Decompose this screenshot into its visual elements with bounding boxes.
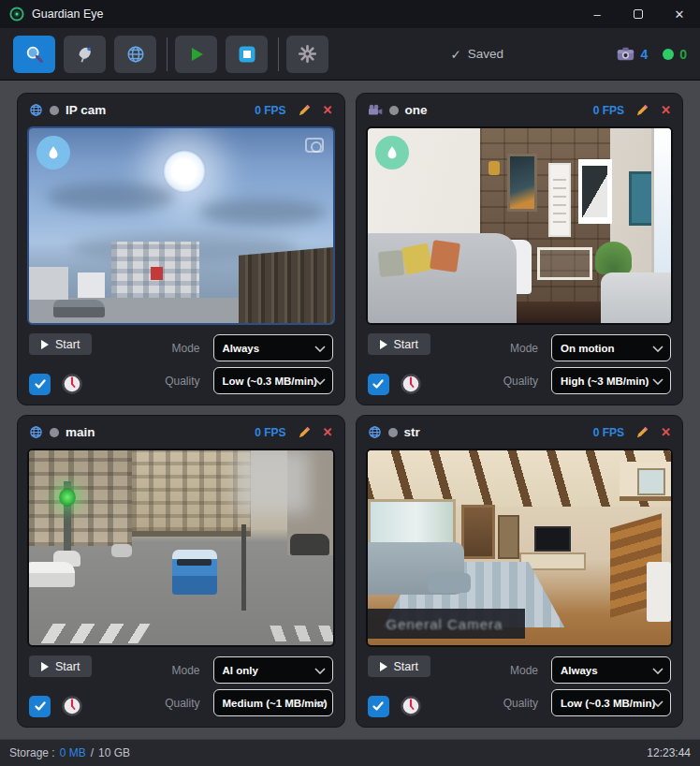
maximize-button[interactable] bbox=[618, 0, 659, 28]
edit-pencil-icon[interactable] bbox=[635, 103, 649, 117]
video-preview-one[interactable] bbox=[366, 126, 674, 325]
chevron-down-icon bbox=[314, 700, 326, 707]
quality-label: Quality bbox=[152, 375, 200, 388]
recording-count: 0 bbox=[679, 47, 687, 62]
moon bbox=[163, 150, 206, 193]
satellite-dish-icon bbox=[75, 44, 95, 65]
globe-icon bbox=[368, 425, 382, 439]
minimize-button[interactable]: – bbox=[576, 0, 618, 28]
storage-used[interactable]: 0 MB bbox=[60, 746, 86, 759]
start-button[interactable]: Start bbox=[368, 333, 430, 355]
chevron-down-icon bbox=[652, 346, 664, 352]
drop-overlay-icon bbox=[375, 136, 409, 169]
web-cameras-button[interactable] bbox=[114, 36, 156, 73]
storage-total: 10 GB bbox=[98, 746, 130, 759]
mode-select[interactable]: Always bbox=[213, 334, 333, 361]
play-icon bbox=[41, 662, 49, 671]
quality-select[interactable]: Low (~0.3 MB/min) bbox=[213, 367, 333, 394]
stop-all-button[interactable] bbox=[226, 36, 268, 73]
status-dot bbox=[50, 428, 59, 437]
toolbar: ✓ Saved 4 0 bbox=[0, 28, 700, 81]
chevron-down-icon bbox=[314, 668, 326, 674]
video-preview-ipcam[interactable] bbox=[27, 126, 335, 325]
title-bar: Guardian Eye – ✕ bbox=[0, 0, 700, 28]
edit-pencil-icon[interactable] bbox=[298, 103, 312, 117]
tv bbox=[534, 526, 571, 552]
panel-controls: Start Mode bbox=[357, 325, 683, 405]
close-button[interactable]: ✕ bbox=[659, 0, 700, 28]
status-dot bbox=[388, 428, 398, 437]
edit-pencil-icon[interactable] bbox=[635, 425, 649, 439]
check-icon bbox=[372, 377, 385, 390]
schedule-clock-icon[interactable] bbox=[400, 695, 422, 717]
camera-name: str bbox=[404, 425, 420, 439]
maximize-icon bbox=[634, 9, 643, 19]
blue-car bbox=[172, 550, 218, 595]
start-button[interactable]: Start bbox=[368, 656, 430, 677]
panel-controls: Start Mode bbox=[18, 647, 344, 727]
camera-counters: 4 0 bbox=[617, 47, 687, 62]
schedule-clock-icon[interactable] bbox=[61, 373, 83, 395]
enabled-checkbox[interactable] bbox=[29, 374, 51, 395]
schedule-clock-icon[interactable] bbox=[400, 373, 422, 395]
quality-select[interactable]: Medium (~1 MB/min) bbox=[213, 689, 333, 716]
camera-overlay-icon bbox=[305, 138, 324, 153]
remove-camera-icon[interactable]: ✕ bbox=[661, 104, 671, 116]
schedule-clock-icon[interactable] bbox=[61, 695, 83, 717]
drop-overlay-icon bbox=[36, 136, 70, 169]
panel-header: main 0 FPS ✕ bbox=[18, 416, 344, 449]
status-dot bbox=[50, 106, 59, 115]
search-icon bbox=[24, 44, 45, 65]
quality-select[interactable]: Low (~0.3 MB/min) bbox=[551, 689, 671, 716]
globe-icon bbox=[125, 44, 146, 65]
video-watermark: General Camera bbox=[368, 609, 526, 639]
check-icon bbox=[34, 377, 47, 390]
discover-button[interactable] bbox=[13, 36, 55, 73]
mode-label: Mode bbox=[489, 664, 538, 677]
edit-pencil-icon[interactable] bbox=[298, 425, 312, 439]
quality-select[interactable]: High (~3 MB/min) bbox=[551, 367, 671, 394]
app-window: Guardian Eye – ✕ bbox=[0, 0, 700, 766]
mode-label: Mode bbox=[152, 342, 200, 355]
camera-panel-main: main 0 FPS ✕ bbox=[17, 415, 345, 728]
enabled-checkbox[interactable] bbox=[368, 696, 389, 717]
camera-panel-one: one 0 FPS ✕ bbox=[356, 93, 684, 405]
play-icon bbox=[41, 340, 49, 349]
panel-controls: Start Mode bbox=[357, 647, 683, 727]
stop-icon bbox=[238, 45, 256, 64]
window-title: Guardian Eye bbox=[32, 7, 103, 21]
globe-icon bbox=[29, 103, 43, 117]
camera-name: one bbox=[405, 103, 428, 117]
start-button[interactable]: Start bbox=[29, 656, 92, 677]
mode-label: Mode bbox=[489, 342, 538, 355]
remove-camera-icon[interactable]: ✕ bbox=[323, 426, 333, 438]
settings-button[interactable] bbox=[286, 36, 328, 73]
app-logo-icon bbox=[9, 7, 24, 22]
enabled-checkbox[interactable] bbox=[29, 696, 51, 717]
saved-check-icon: ✓ bbox=[450, 47, 460, 62]
video-preview-str[interactable]: General Camera bbox=[366, 449, 674, 647]
globe-icon bbox=[29, 425, 43, 439]
mode-select[interactable]: Always bbox=[551, 656, 671, 684]
camera-panel-ipcam: IP cam 0 FPS ✕ bbox=[17, 93, 345, 405]
start-all-button[interactable] bbox=[175, 36, 217, 73]
play-icon bbox=[380, 340, 387, 349]
camera-grid: IP cam 0 FPS ✕ bbox=[0, 81, 700, 739]
play-icon bbox=[187, 45, 206, 64]
remove-camera-icon[interactable]: ✕ bbox=[661, 426, 671, 438]
quality-label: Quality bbox=[489, 697, 538, 710]
enabled-checkbox[interactable] bbox=[368, 374, 389, 395]
network-scan-button[interactable] bbox=[64, 36, 106, 73]
mode-select[interactable]: On motion bbox=[551, 334, 671, 361]
video-preview-main[interactable] bbox=[27, 449, 335, 647]
camera-count-icon bbox=[617, 47, 634, 61]
fps-value: 0 FPS bbox=[255, 426, 285, 439]
remove-camera-icon[interactable]: ✕ bbox=[323, 104, 333, 116]
check-icon bbox=[34, 700, 47, 713]
mode-label: Mode bbox=[152, 664, 200, 677]
panel-header: str 0 FPS ✕ bbox=[357, 416, 683, 449]
mode-select[interactable]: AI only bbox=[213, 656, 333, 684]
parked-car bbox=[53, 300, 105, 317]
start-button[interactable]: Start bbox=[29, 333, 92, 355]
chevron-down-icon bbox=[314, 346, 326, 352]
